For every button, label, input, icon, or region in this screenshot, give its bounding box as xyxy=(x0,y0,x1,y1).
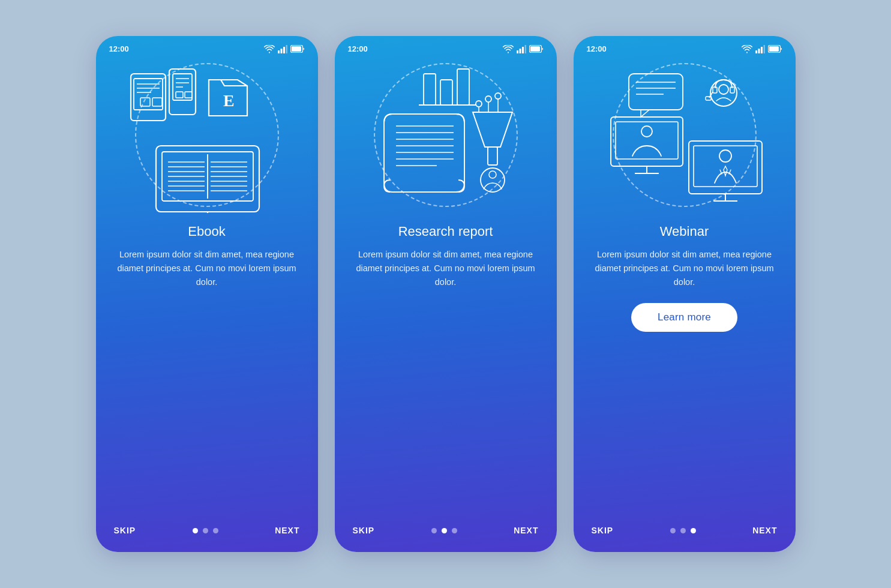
svg-rect-45 xyxy=(530,46,540,52)
wifi-icon xyxy=(264,45,275,53)
learn-more-button[interactable]: Learn more xyxy=(631,303,737,332)
webinar-content: Webinar Lorem ipsum dolor sit dim amet, … xyxy=(574,213,796,526)
svg-rect-3 xyxy=(286,45,287,53)
status-icons-3 xyxy=(742,45,782,53)
ebook-next-button[interactable]: NEXT xyxy=(275,526,299,535)
svg-rect-40 xyxy=(517,50,518,53)
wifi-icon-3 xyxy=(742,45,752,53)
status-icons-2 xyxy=(503,45,544,53)
svg-rect-68 xyxy=(758,49,760,53)
signal-icon xyxy=(278,45,287,53)
dot-1 xyxy=(670,528,676,533)
ebook-bottom-nav: SKIP NEXT xyxy=(96,526,318,552)
svg-rect-67 xyxy=(755,50,757,53)
screens-container: 12:00 xyxy=(96,36,796,552)
svg-rect-70 xyxy=(763,45,765,53)
svg-rect-41 xyxy=(519,49,521,53)
time-1: 12:00 xyxy=(109,44,129,53)
svg-rect-0 xyxy=(278,50,280,53)
dot-1 xyxy=(431,528,437,533)
ebook-dots xyxy=(193,528,218,533)
svg-rect-5 xyxy=(292,46,301,52)
dot-3 xyxy=(213,528,218,533)
ebook-icon-area: E xyxy=(96,57,318,213)
dot-3 xyxy=(452,528,457,533)
svg-rect-1 xyxy=(280,49,282,53)
research-skip-button[interactable]: SKIP xyxy=(353,526,375,535)
webinar-icon-area xyxy=(574,57,796,213)
ebook-body: Lorem ipsum dolor sit dim amet, mea regi… xyxy=(113,248,301,290)
research-title: Research report xyxy=(398,224,493,239)
status-bar-2: 12:00 xyxy=(335,36,557,57)
time-3: 12:00 xyxy=(587,44,607,53)
dashed-circle-3 xyxy=(613,63,757,207)
ebook-title: Ebook xyxy=(188,224,225,239)
research-next-button[interactable]: NEXT xyxy=(514,526,538,535)
battery-icon xyxy=(290,45,305,53)
ebook-screen: 12:00 xyxy=(96,36,318,552)
wifi-icon-2 xyxy=(503,45,514,53)
time-2: 12:00 xyxy=(348,44,368,53)
research-body: Lorem ipsum dolor sit dim amet, mea regi… xyxy=(352,248,540,290)
ebook-content: Ebook Lorem ipsum dolor sit dim amet, me… xyxy=(96,213,318,526)
dashed-circle-2 xyxy=(374,63,518,207)
svg-rect-43 xyxy=(524,45,526,53)
ebook-skip-button[interactable]: SKIP xyxy=(114,526,136,535)
webinar-screen: 12:00 xyxy=(574,36,796,552)
research-icon-area xyxy=(335,57,557,213)
webinar-body: Lorem ipsum dolor sit dim amet, mea regi… xyxy=(590,248,779,290)
dot-1-active xyxy=(193,528,198,533)
status-bar-3: 12:00 xyxy=(574,36,796,57)
svg-rect-72 xyxy=(769,46,779,52)
svg-rect-42 xyxy=(522,47,524,53)
webinar-title: Webinar xyxy=(660,224,709,239)
battery-icon-2 xyxy=(529,45,544,53)
dot-2-active xyxy=(442,528,447,533)
research-content: Research report Lorem ipsum dolor sit di… xyxy=(335,213,557,526)
dashed-circle-1 xyxy=(135,63,279,207)
webinar-next-button[interactable]: NEXT xyxy=(752,526,777,535)
status-icons-1 xyxy=(264,45,305,53)
dot-3-active xyxy=(691,528,696,533)
dot-2 xyxy=(203,528,208,533)
research-bottom-nav: SKIP NEXT xyxy=(335,526,557,552)
svg-rect-69 xyxy=(761,47,763,53)
webinar-dots xyxy=(670,528,696,533)
research-screen: 12:00 xyxy=(335,36,557,552)
battery-icon-3 xyxy=(768,45,782,53)
research-dots xyxy=(431,528,457,533)
status-bar-1: 12:00 xyxy=(96,36,318,57)
signal-icon-2 xyxy=(517,45,526,53)
webinar-bottom-nav: SKIP NEXT xyxy=(574,526,796,552)
svg-rect-2 xyxy=(283,47,285,53)
signal-icon-3 xyxy=(755,45,765,53)
webinar-skip-button[interactable]: SKIP xyxy=(592,526,614,535)
dot-2 xyxy=(680,528,686,533)
